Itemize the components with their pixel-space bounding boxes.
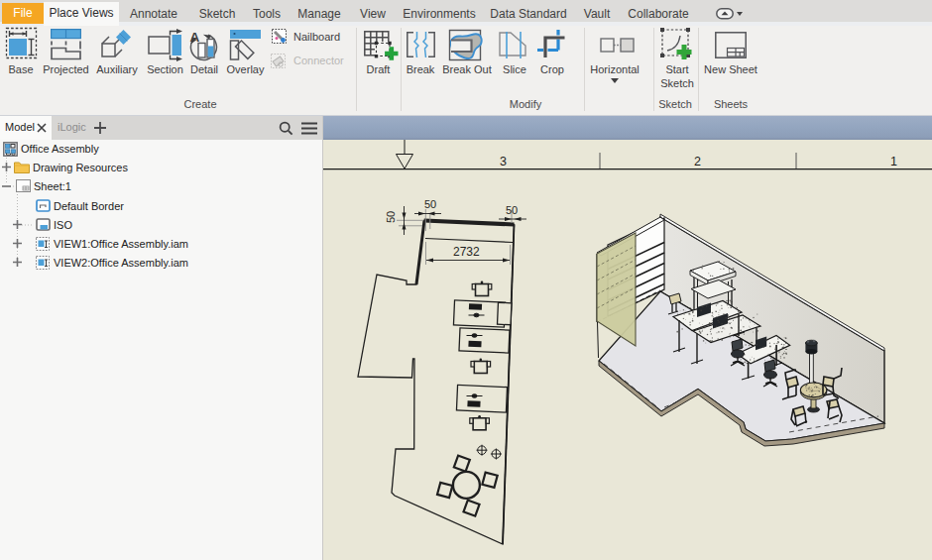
svg-text:50: 50 <box>385 211 397 223</box>
svg-text:50: 50 <box>424 198 436 210</box>
svg-text:2732: 2732 <box>453 245 480 259</box>
svg-text:2: 2 <box>694 155 701 168</box>
svg-text:3: 3 <box>500 155 507 168</box>
svg-text:A: A <box>190 30 200 45</box>
svg-text:1: 1 <box>890 155 897 168</box>
svg-text:50: 50 <box>506 204 518 216</box>
